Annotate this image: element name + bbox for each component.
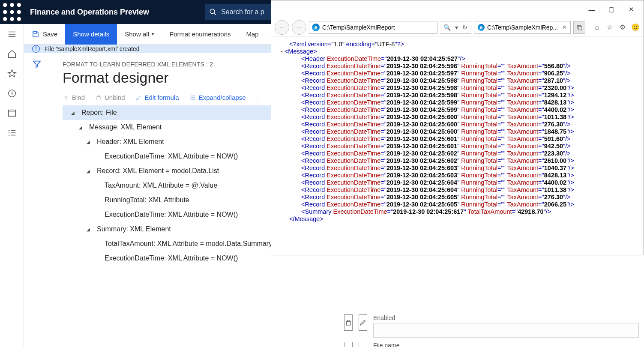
search-icon bbox=[209, 8, 217, 16]
ie-logo-icon bbox=[312, 24, 320, 31]
show-details-button[interactable]: Show details bbox=[65, 24, 117, 45]
tab-favicon-icon bbox=[478, 24, 485, 31]
format-enumerations-button[interactable]: Format enumerations bbox=[162, 24, 239, 45]
enabled-label: Enabled bbox=[373, 314, 639, 321]
filter-column bbox=[24, 53, 50, 347]
svg-rect-31 bbox=[347, 321, 350, 325]
svg-point-7 bbox=[10, 17, 14, 21]
svg-rect-15 bbox=[8, 110, 15, 117]
edit-formula-button[interactable]: Edit formula bbox=[135, 94, 179, 101]
bind-button[interactable]: Bind bbox=[63, 94, 85, 101]
app-launcher-icon[interactable] bbox=[0, 0, 24, 24]
minimize-button[interactable]: — bbox=[582, 3, 602, 16]
svg-rect-34 bbox=[578, 26, 582, 30]
maximize-button[interactable]: ▢ bbox=[602, 3, 621, 16]
svg-point-6 bbox=[3, 17, 7, 21]
save-button[interactable]: Save bbox=[24, 24, 65, 45]
svg-rect-27 bbox=[97, 96, 100, 100]
forward-button[interactable]: → bbox=[292, 20, 306, 35]
ie-titlebar[interactable]: — ▢ ✕ bbox=[271, 0, 644, 18]
info-message: File 'SampleXmlReport.xml' created bbox=[45, 45, 140, 52]
address-text: C:\Temp\SampleXmlReport bbox=[322, 24, 395, 31]
save-label: Save bbox=[43, 30, 57, 38]
more-button[interactable]: · bbox=[256, 94, 258, 101]
unbind-button[interactable]: Unbind bbox=[95, 94, 125, 101]
workspace-icon[interactable] bbox=[7, 108, 17, 118]
svg-point-2 bbox=[17, 3, 21, 7]
enabled-input[interactable] bbox=[373, 323, 639, 338]
save-icon bbox=[32, 30, 39, 38]
ie-toolbar: ← → C:\Temp\SampleXmlReport 🔍▾ ↻ C:\Temp… bbox=[271, 18, 644, 36]
show-all-button[interactable]: Show all▾ bbox=[117, 24, 162, 45]
svg-point-5 bbox=[17, 10, 21, 14]
svg-point-9 bbox=[210, 9, 215, 14]
svg-point-8 bbox=[17, 17, 21, 21]
svg-point-0 bbox=[3, 3, 7, 7]
show-all-label: Show all bbox=[125, 30, 149, 38]
browser-tab[interactable]: C:\Temp\SampleXmlRep... ✕ bbox=[474, 21, 571, 34]
enabled-field-row: Enabled bbox=[335, 310, 644, 338]
back-button[interactable]: ← bbox=[275, 20, 289, 35]
edit-filename-button[interactable] bbox=[359, 342, 367, 347]
svg-point-26 bbox=[36, 47, 36, 48]
funnel-icon[interactable] bbox=[32, 59, 42, 69]
expand-collapse-button[interactable]: Expand/collapse bbox=[189, 94, 246, 101]
app-title: Finance and Operations Preview bbox=[24, 8, 149, 17]
clock-icon[interactable] bbox=[7, 88, 17, 99]
xml-viewer: <?xml version="1.0" encoding="UTF-8"?>-<… bbox=[271, 36, 644, 230]
refresh-icon[interactable]: ↻ bbox=[462, 24, 467, 31]
search-dropdown-icon[interactable]: 🔍 bbox=[443, 24, 451, 31]
home-icon[interactable]: ⌂ bbox=[592, 23, 602, 32]
svg-rect-23 bbox=[34, 32, 36, 33]
svg-point-3 bbox=[3, 10, 7, 14]
filename-label: File name bbox=[373, 342, 639, 347]
home-icon[interactable] bbox=[7, 49, 17, 59]
chevron-down-icon: ▾ bbox=[152, 31, 154, 37]
star-icon[interactable] bbox=[7, 69, 17, 79]
left-nav-rail bbox=[0, 24, 24, 347]
ie-window: — ▢ ✕ ← → C:\Temp\SampleXmlReport 🔍▾ ↻ C… bbox=[271, 0, 644, 255]
delete-filename-button[interactable] bbox=[344, 342, 353, 347]
hamburger-icon[interactable] bbox=[7, 29, 17, 39]
address-bar[interactable]: C:\Temp\SampleXmlReport bbox=[309, 21, 437, 34]
info-icon bbox=[32, 45, 40, 53]
svg-point-4 bbox=[10, 10, 14, 14]
filename-field-row: File name "SampleXmlReport" bbox=[335, 338, 644, 347]
settings-icon[interactable]: ⚙ bbox=[618, 23, 627, 32]
favorites-icon[interactable]: ☆ bbox=[605, 23, 614, 32]
new-tab-button[interactable] bbox=[573, 21, 585, 34]
address-actions: 🔍▾ ↻ bbox=[440, 21, 471, 34]
search-placeholder: Search for a p bbox=[221, 8, 264, 16]
map-button[interactable]: Map bbox=[239, 24, 267, 45]
smiley-icon[interactable]: 🙂 bbox=[631, 23, 640, 32]
edit-enabled-button[interactable] bbox=[359, 314, 367, 331]
close-button[interactable]: ✕ bbox=[621, 3, 641, 16]
modules-icon[interactable] bbox=[7, 128, 17, 138]
svg-line-10 bbox=[214, 13, 216, 15]
tab-close-icon[interactable]: ✕ bbox=[562, 24, 567, 30]
ie-right-icons: ⌂ ☆ ⚙ 🙂 bbox=[592, 23, 640, 32]
search-box[interactable]: Search for a p bbox=[205, 4, 272, 20]
delete-enabled-button[interactable] bbox=[344, 314, 353, 331]
tab-title: C:\Temp\SampleXmlRep... bbox=[487, 24, 558, 31]
svg-point-1 bbox=[10, 3, 14, 7]
